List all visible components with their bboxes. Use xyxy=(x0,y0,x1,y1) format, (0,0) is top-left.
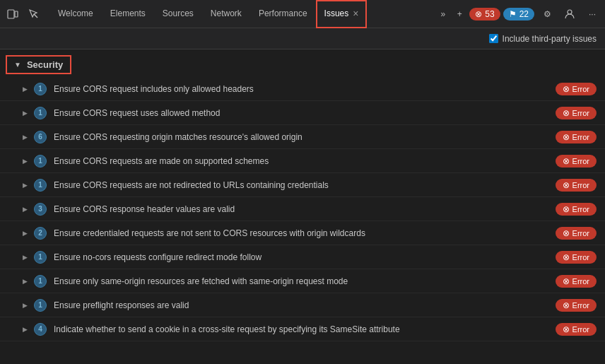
issue-count-badge: 2 xyxy=(34,227,47,240)
tab-performance[interactable]: Performance xyxy=(250,0,316,28)
issue-row[interactable]: ▶ 3 Ensure CORS response header values a… xyxy=(0,197,605,221)
issue-row[interactable]: ▶ 4 Indicate whether to send a cookie in… xyxy=(0,317,605,341)
row-expand-icon: ▶ xyxy=(20,228,30,238)
error-label: Error xyxy=(572,205,589,213)
error-circle-icon: ⊗ xyxy=(563,180,570,190)
issues-panel: ▼ Security ▶ 1 Ensure CORS request inclu… xyxy=(0,49,605,364)
error-badge: ⊗ Error xyxy=(556,83,597,95)
error-circle-icon: ⊗ xyxy=(563,300,570,310)
tab-network[interactable]: Network xyxy=(202,0,250,28)
issue-text: Ensure CORS requests are not redirected … xyxy=(54,180,556,190)
error-badge: ⊗ Error xyxy=(556,323,597,336)
issue-text: Ensure CORS request includes only allowe… xyxy=(54,84,556,94)
error-icon: ⊗ xyxy=(475,9,482,19)
error-circle-icon: ⊗ xyxy=(563,324,570,334)
tab-issues[interactable]: Issues × xyxy=(316,0,368,28)
issue-row[interactable]: ▶ 1 Ensure CORS requests are not redirec… xyxy=(0,173,605,197)
row-expand-icon: ▶ xyxy=(20,180,30,190)
third-party-checkbox-label[interactable]: Include third-party issues xyxy=(489,34,597,44)
toolbar-right: ⊗ 53 ⚑ 22 ⚙ ··· xyxy=(469,4,602,24)
profile-icon[interactable] xyxy=(560,4,580,24)
issue-text: Ensure CORS requests are made on support… xyxy=(54,156,556,166)
error-label: Error xyxy=(572,133,589,141)
issue-count-badge: 1 xyxy=(34,83,47,95)
issue-count-badge: 1 xyxy=(34,107,47,119)
svg-rect-1 xyxy=(15,11,18,17)
warnings-badge[interactable]: ⚑ 22 xyxy=(503,8,534,20)
error-badge: ⊗ Error xyxy=(556,179,597,192)
issue-row[interactable]: ▶ 1 Ensure preflight responses are valid… xyxy=(0,293,605,317)
settings-icon[interactable]: ⚙ xyxy=(537,4,557,24)
issue-row[interactable]: ▶ 1 Ensure CORS request includes only al… xyxy=(0,77,605,101)
add-tab-icon[interactable]: + xyxy=(450,4,469,24)
row-expand-icon: ▶ xyxy=(20,84,30,94)
issues-list: ▶ 1 Ensure CORS request includes only al… xyxy=(0,77,605,341)
issue-count-badge: 1 xyxy=(34,275,47,288)
row-expand-icon: ▶ xyxy=(20,204,30,214)
row-expand-icon: ▶ xyxy=(20,132,30,142)
error-label: Error xyxy=(572,277,589,286)
error-circle-icon: ⊗ xyxy=(563,204,570,214)
issue-row[interactable]: ▶ 6 Ensure CORS requesting origin matche… xyxy=(0,125,605,149)
issue-row[interactable]: ▶ 1 Ensure CORS requests are made on sup… xyxy=(0,149,605,173)
error-label: Error xyxy=(572,109,589,117)
more-options-icon[interactable]: ··· xyxy=(582,4,602,24)
issue-count-badge: 1 xyxy=(34,155,47,168)
error-label: Error xyxy=(572,181,589,189)
row-expand-icon: ▶ xyxy=(20,324,30,334)
chevron-down-icon: ▼ xyxy=(14,61,21,69)
error-label: Error xyxy=(572,301,589,310)
error-badge: ⊗ Error xyxy=(556,131,597,143)
issue-row[interactable]: ▶ 1 Ensure only same-origin resources ar… xyxy=(0,269,605,293)
error-circle-icon: ⊗ xyxy=(563,252,570,262)
error-label: Error xyxy=(572,157,589,165)
options-bar: Include third-party issues xyxy=(0,28,605,49)
security-section-header[interactable]: ▼ Security xyxy=(6,55,71,74)
tab-close-issues[interactable]: × xyxy=(353,8,358,18)
tabs-overflow-icon[interactable]: » xyxy=(437,9,450,19)
issue-count-badge: 1 xyxy=(34,299,47,312)
row-expand-icon: ▶ xyxy=(20,108,30,118)
error-badge: ⊗ Error xyxy=(556,203,597,216)
error-badge: ⊗ Error xyxy=(556,107,597,119)
issue-count-badge: 4 xyxy=(34,323,47,336)
issue-row[interactable]: ▶ 1 Ensure no-cors requests configure re… xyxy=(0,245,605,269)
issue-text: Ensure only same-origin resources are fe… xyxy=(54,276,556,286)
device-toggle-icon[interactable] xyxy=(3,4,23,24)
issue-text: Ensure CORS response header values are v… xyxy=(54,204,556,214)
issue-text: Ensure no-cors requests configure redire… xyxy=(54,252,556,262)
tab-welcome[interactable]: Welcome xyxy=(49,0,102,28)
error-circle-icon: ⊗ xyxy=(563,108,570,118)
issue-count-badge: 1 xyxy=(34,179,47,192)
error-label: Error xyxy=(572,229,589,237)
error-circle-icon: ⊗ xyxy=(563,276,570,286)
issue-row[interactable]: ▶ 1 Ensure CORS request uses allowed met… xyxy=(0,101,605,125)
errors-badge[interactable]: ⊗ 53 xyxy=(469,8,500,20)
toolbar-device-icons xyxy=(3,4,44,24)
error-label: Error xyxy=(572,325,589,334)
inspect-icon[interactable] xyxy=(24,4,44,24)
toolbar: Welcome Elements Sources Network Perform… xyxy=(0,0,605,28)
error-label: Error xyxy=(572,85,589,93)
issue-text: Ensure credentialed requests are not sen… xyxy=(54,228,556,238)
error-badge: ⊗ Error xyxy=(556,251,597,264)
main-tabs: Welcome Elements Sources Network Perform… xyxy=(49,0,437,28)
error-circle-icon: ⊗ xyxy=(563,156,570,166)
issue-text: Indicate whether to send a cookie in a c… xyxy=(54,324,556,334)
error-badge: ⊗ Error xyxy=(556,227,597,240)
svg-rect-0 xyxy=(8,10,14,18)
tab-sources[interactable]: Sources xyxy=(154,0,202,28)
error-circle-icon: ⊗ xyxy=(563,132,570,142)
row-expand-icon: ▶ xyxy=(20,156,30,166)
svg-line-2 xyxy=(34,14,37,18)
issue-row[interactable]: ▶ 2 Ensure credentialed requests are not… xyxy=(0,221,605,245)
row-expand-icon: ▶ xyxy=(20,276,30,286)
error-circle-icon: ⊗ xyxy=(563,228,570,238)
tab-elements[interactable]: Elements xyxy=(102,0,154,28)
error-badge: ⊗ Error xyxy=(556,275,597,288)
row-expand-icon: ▶ xyxy=(20,252,30,262)
third-party-checkbox[interactable] xyxy=(489,34,498,43)
issue-count-badge: 6 xyxy=(34,131,47,143)
error-badge: ⊗ Error xyxy=(556,299,597,312)
issue-text: Ensure preflight responses are valid xyxy=(54,300,556,310)
